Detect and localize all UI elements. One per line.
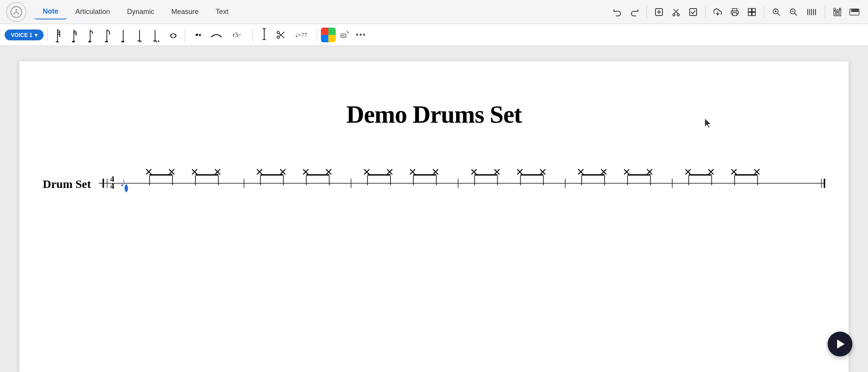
voice-selector[interactable]: VOICE 1 ▾ — [5, 30, 44, 40]
zoom-out-button[interactable] — [786, 5, 801, 19]
erase-button[interactable] — [337, 28, 352, 42]
mixer-button[interactable] — [830, 5, 845, 19]
svg-text:✕: ✕ — [363, 167, 371, 178]
svg-text:✕: ✕ — [408, 167, 417, 178]
svg-text:4: 4 — [110, 181, 115, 191]
color-blue — [321, 35, 328, 42]
svg-text:✕: ✕ — [645, 167, 654, 178]
keyboard-button[interactable] — [847, 5, 862, 19]
voice-label: VOICE 1 — [11, 32, 32, 38]
svg-rect-28 — [834, 8, 835, 16]
svg-text:✕: ✕ — [431, 167, 440, 178]
svg-text:✕: ✕ — [707, 167, 715, 178]
svg-text:✕: ✕ — [302, 167, 310, 178]
note-quarter-button[interactable] — [117, 28, 132, 42]
tab-articulation[interactable]: Articulation — [67, 5, 119, 19]
stem-button[interactable] — [257, 28, 272, 42]
toolbar-divider-3 — [253, 28, 253, 42]
svg-text:✕: ✕ — [516, 167, 524, 178]
note-half-button[interactable] — [133, 28, 148, 42]
staff-container[interactable]: 4 4 𝅘𝅥𝅮 ✕ ✕ ✕ ✕ — [99, 160, 825, 208]
note-dotted-half-button[interactable] — [150, 28, 164, 42]
tab-text[interactable]: Text — [207, 5, 237, 19]
svg-text:✕: ✕ — [256, 167, 264, 178]
main-area: Demo Drums Set Drum Set 4 4 𝅘𝅥𝅮 — [0, 46, 868, 372]
tempo-button[interactable]: ♩=77 — [289, 28, 313, 42]
note-8th-button[interactable] — [101, 28, 115, 42]
add-button[interactable] — [652, 5, 666, 19]
svg-point-60 — [172, 34, 174, 38]
more-options-button[interactable]: ••• — [354, 28, 368, 42]
metronome-button[interactable] — [803, 5, 820, 19]
svg-rect-15 — [752, 12, 755, 15]
svg-rect-29 — [837, 10, 838, 16]
note-32nd-button[interactable] — [68, 28, 83, 42]
svg-text:✕: ✕ — [539, 167, 547, 178]
app-logo[interactable] — [6, 2, 26, 22]
teardrop-marker — [123, 184, 130, 193]
nav-bar: Note Articulation Dynamic Measure Text — [0, 0, 868, 24]
svg-text:✕: ✕ — [324, 167, 333, 178]
augmentation-dot-button[interactable]: • ▾ — [189, 28, 207, 42]
svg-text:✕: ✕ — [622, 167, 631, 178]
svg-rect-9 — [690, 9, 697, 16]
svg-rect-42 — [855, 9, 857, 12]
slur-button[interactable] — [209, 28, 224, 42]
check-button[interactable] — [686, 5, 701, 19]
staff-svg: 4 4 𝅘𝅥𝅮 ✕ ✕ ✕ ✕ — [99, 160, 825, 207]
toolbar-divider-4 — [317, 28, 317, 42]
svg-text:✕: ✕ — [730, 167, 738, 178]
instrument-label: Drum Set — [43, 177, 91, 191]
divider-2 — [705, 6, 706, 18]
staff-section: Drum Set 4 4 𝅘𝅥𝅮 ✕ — [43, 160, 825, 208]
nav-tabs: Note Articulation Dynamic Measure Text — [34, 4, 237, 19]
note-64th-button[interactable] — [52, 28, 66, 42]
svg-point-5 — [673, 14, 675, 16]
tuplet-button[interactable]: r3⌐ — [225, 28, 249, 42]
svg-point-6 — [677, 14, 680, 16]
svg-rect-14 — [748, 12, 751, 15]
divider-1 — [647, 6, 647, 18]
play-fab-button[interactable] — [828, 332, 852, 356]
svg-line-21 — [795, 13, 797, 15]
cut-button[interactable] — [669, 5, 683, 19]
tab-dynamic[interactable]: Dynamic — [119, 5, 163, 19]
svg-point-58 — [158, 40, 159, 42]
color-button[interactable] — [321, 28, 336, 42]
svg-text:✕: ✕ — [577, 167, 585, 178]
tab-measure[interactable]: Measure — [163, 5, 207, 19]
score-page: Demo Drums Set Drum Set 4 4 𝅘𝅥𝅮 — [19, 61, 849, 372]
svg-rect-43 — [857, 9, 859, 12]
color-yellow — [328, 35, 336, 42]
svg-text:✕: ✕ — [213, 167, 222, 178]
note-16th-button[interactable] — [84, 28, 99, 42]
tab-note[interactable]: Note — [34, 4, 67, 19]
toolbar-divider-1 — [47, 28, 48, 42]
svg-rect-11 — [733, 12, 737, 15]
svg-rect-41 — [854, 9, 855, 12]
svg-text:✕: ✕ — [600, 167, 608, 178]
svg-text:✕: ✕ — [190, 167, 199, 178]
svg-text:✕: ✕ — [470, 167, 478, 178]
score-title: Demo Drums Set — [43, 100, 825, 129]
svg-text:✕: ✕ — [279, 167, 287, 178]
toolbar-divider-2 — [185, 28, 185, 42]
layout-button[interactable] — [744, 5, 759, 19]
divider-4 — [825, 6, 825, 18]
svg-text:✕: ✕ — [753, 167, 761, 178]
redo-button[interactable] — [627, 5, 642, 19]
svg-text:✕: ✕ — [385, 167, 394, 178]
svg-point-64 — [277, 36, 279, 38]
note-whole-button[interactable] — [166, 28, 181, 42]
undo-button[interactable] — [610, 5, 625, 19]
print-button[interactable] — [727, 5, 742, 19]
svg-line-17 — [777, 13, 780, 15]
color-green — [328, 28, 336, 35]
svg-rect-40 — [852, 9, 854, 12]
zoom-in-button[interactable] — [769, 5, 784, 19]
color-red — [321, 28, 328, 35]
share-button[interactable] — [710, 5, 725, 19]
divider-3 — [764, 6, 764, 18]
split-button[interactable] — [273, 28, 288, 42]
toolbar: VOICE 1 ▾ — [0, 24, 868, 46]
